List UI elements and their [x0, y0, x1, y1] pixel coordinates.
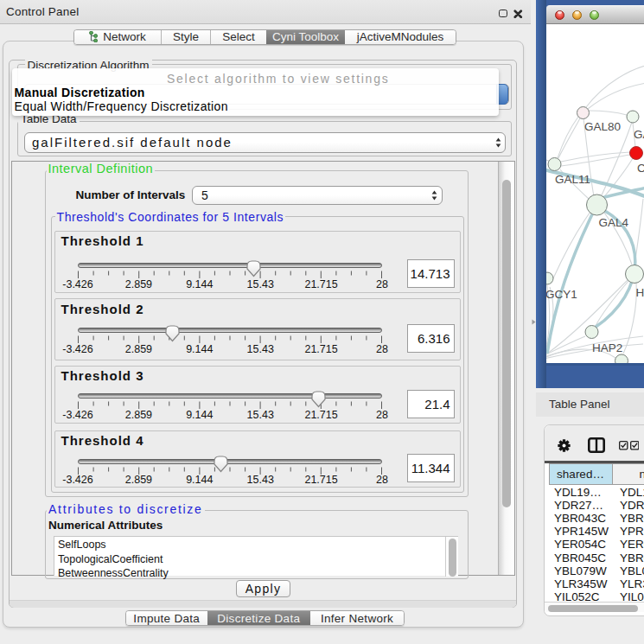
svg-text:GAL80: GAL80: [584, 120, 621, 133]
svg-text:GAL11: GAL11: [555, 173, 590, 186]
svg-text:C: C: [637, 162, 644, 175]
svg-text:GA: GA: [634, 128, 644, 141]
svg-text:GAL4: GAL4: [599, 216, 629, 229]
svg-text:GCY1: GCY1: [546, 288, 577, 301]
svg-text:H: H: [636, 286, 644, 299]
svg-text:HAP2: HAP2: [592, 341, 622, 354]
